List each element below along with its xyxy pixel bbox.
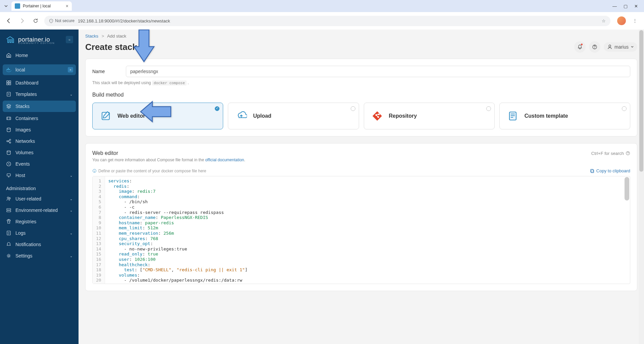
sidebar-item-label: Stacks [15,104,30,109]
browser-tab[interactable]: Portainer | local × [11,1,72,11]
editor-scrollbar-thumb[interactable] [625,177,629,200]
bookmark-star-icon[interactable]: ☆ [602,18,606,23]
info-icon [92,169,97,173]
profile-avatar[interactable] [617,16,626,25]
code-editor[interactable]: 1234567891011121314151617181920 services… [92,176,630,284]
browser-tab-strip: Portainer | local × — ▢ ✕ [0,0,644,12]
svg-rect-8 [7,92,10,96]
sidebar-item-label: Logs [15,230,26,236]
sidebar-item-label: Volumes [15,150,34,155]
create-stack-card: Name This stack will be deployed using d… [85,59,637,136]
window-close-icon[interactable]: ✕ [634,4,638,9]
help-icon[interactable] [626,151,630,156]
method-web-editor[interactable]: Web editor [92,103,223,129]
method-label: Web editor [117,113,145,119]
url-bar[interactable]: Not secure 192.168.1.18:9000/#!/2/docker… [44,16,610,26]
svg-rect-3 [9,69,10,70]
shortcut-text: Ctrl+F for search [591,151,624,156]
sidebar-item-environment-related[interactable]: Environment-related⌄ [0,205,79,216]
window-minimize-icon[interactable]: — [612,4,617,9]
svg-rect-19 [7,209,11,210]
breadcrumb-link-stacks[interactable]: Stacks [85,34,98,39]
sidebar-item-stacks[interactable]: Stacks [3,101,76,112]
user-menu[interactable]: marius [604,42,637,52]
upload-icon [235,110,248,122]
sidebar-item-templates[interactable]: Templates⌄ [0,89,79,100]
editor-info-text: You can get more information about Compo… [92,158,205,162]
sidebar-section-administration: Administration [0,181,79,193]
help-button[interactable] [589,41,600,53]
browser-menu-icon[interactable]: ⋮ [630,18,640,23]
templates-icon [6,92,11,97]
name-row: Name [92,66,630,77]
notifications-button[interactable] [574,41,586,53]
svg-point-14 [7,151,10,152]
code-content[interactable]: services: redis: image: redis:7 command:… [105,176,630,284]
notification-dot [581,44,583,45]
sidebar-item-registries[interactable]: Registries [0,216,79,227]
editor-hint-text: Define or paste the content of your dock… [98,169,206,173]
sidebar-item-home[interactable]: Home [0,50,79,61]
svg-rect-1 [8,69,9,70]
editor-title: Web editor [92,150,118,156]
svg-point-10 [7,128,10,129]
web-editor-card: Web editor Ctrl+F for search You can get… [85,143,637,291]
tab-close-icon[interactable]: × [66,3,68,9]
build-method-title: Build method [92,92,630,98]
site-security-indicator[interactable]: Not secure [49,18,75,23]
svg-point-11 [7,140,8,142]
sidebar-collapse-button[interactable]: « [66,36,73,43]
chevron-down-icon: ⌄ [70,174,72,177]
sidebar-item-events[interactable]: Events [0,158,79,170]
sidebar-item-notifications[interactable]: Notifications [0,239,79,250]
user-related-icon [6,196,11,202]
official-docs-link[interactable]: official documentation [205,158,244,162]
sidebar-item-label: Settings [15,253,33,259]
nav-back-button[interactable] [4,16,13,25]
images-icon [6,127,11,132]
user-name: marius [614,44,629,50]
sidebar-item-label: Containers [15,116,38,121]
environment-close-icon[interactable]: × [68,67,73,72]
settings-icon [6,253,11,259]
host-icon [6,173,11,178]
window-maximize-icon[interactable]: ▢ [624,4,628,9]
method-upload[interactable]: Upload [228,103,359,129]
sidebar-item-user-related[interactable]: User-related⌄ [0,193,79,205]
main-content: Stacks > Add stack Create stack [79,30,644,344]
sidebar-item-settings[interactable]: Settings⌄ [0,250,79,262]
nav-forward-button[interactable] [17,16,27,25]
networks-icon [6,138,11,144]
refresh-icon[interactable] [141,43,147,51]
nav-reload-button[interactable] [31,16,40,25]
copy-to-clipboard-button[interactable]: Copy to clipboard [590,168,630,173]
name-input[interactable] [126,66,630,77]
sidebar-item-dashboard[interactable]: Dashboard [0,77,79,89]
sidebar-item-label: Images [15,127,31,132]
svg-point-12 [9,139,11,140]
name-label: Name [92,69,126,74]
helper-text: This stack will be deployed using docker… [92,80,630,85]
containers-icon [6,116,11,121]
sidebar: portainer.io COMMUNITY EDITION « Home lo… [0,30,79,344]
main-scrollbar[interactable] [639,30,644,344]
sidebar-environment[interactable]: local × [3,64,76,75]
method-label: Upload [253,113,271,119]
app-root: portainer.io COMMUNITY EDITION « Home lo… [0,30,644,344]
sidebar-item-images[interactable]: Images [0,124,79,135]
method-custom-template[interactable]: Custom template [499,103,630,129]
method-repository[interactable]: Repository [364,103,495,129]
sidebar-item-networks[interactable]: Networks [0,135,79,147]
sidebar-item-volumes[interactable]: Volumes [0,147,79,158]
sidebar-item-label: User-related [15,196,41,202]
sidebar-item-containers[interactable]: Containers [0,113,79,124]
header-actions: marius [574,41,637,53]
sidebar-item-host[interactable]: Host⌄ [0,170,79,181]
tab-search-dropdown[interactable] [3,3,9,9]
chevron-down-icon: ⌄ [70,209,72,212]
method-radio [351,106,355,111]
svg-rect-0 [7,69,8,70]
main-scrollbar-thumb[interactable] [639,30,643,172]
sidebar-item-logs[interactable]: Logs⌄ [0,227,79,239]
docker-icon [6,67,11,72]
